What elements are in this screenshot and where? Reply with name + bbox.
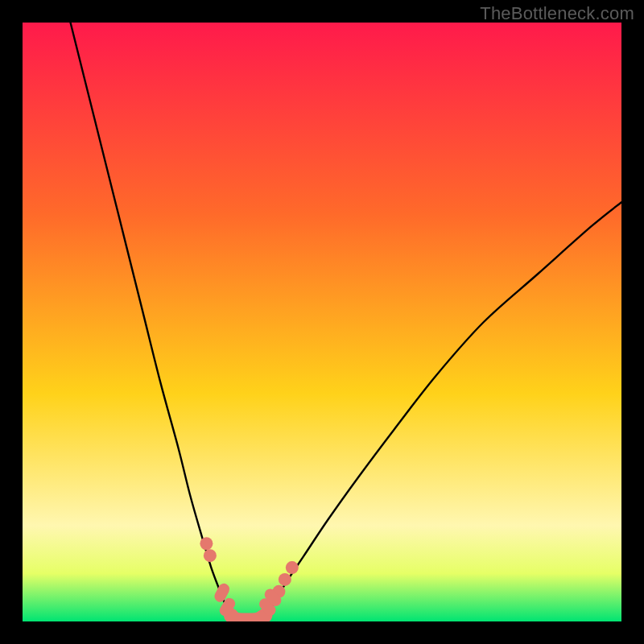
data-marker: [286, 561, 299, 574]
valley-band: [231, 616, 265, 621]
data-marker: [279, 573, 291, 586]
chart-svg: [23, 23, 621, 621]
plot-area: [23, 23, 621, 621]
gradient-background: [23, 23, 621, 621]
data-marker: [204, 549, 217, 562]
data-marker: [200, 537, 213, 550]
chart-outer-frame: TheBottleneck.com: [0, 0, 644, 644]
watermark-text: TheBottleneck.com: [480, 3, 634, 24]
